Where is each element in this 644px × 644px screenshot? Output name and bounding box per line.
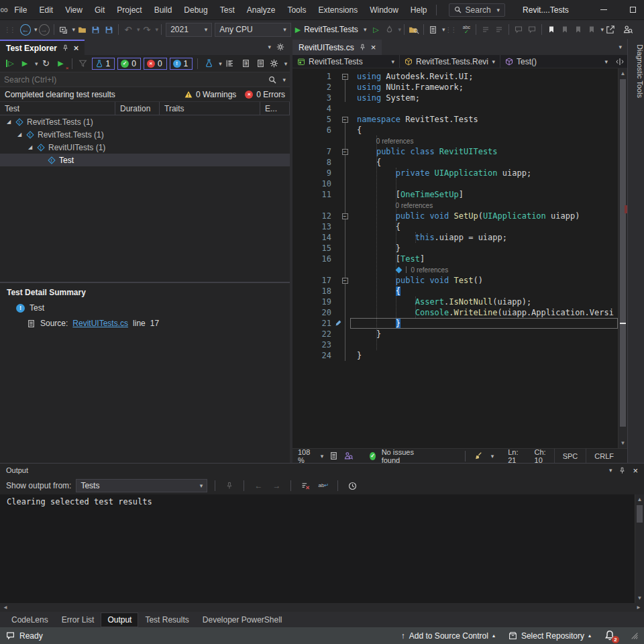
code-line-1[interactable]: 1−using Autodesk.Revit.UI; (292, 71, 618, 82)
add-to-source-control-button[interactable]: ↑ Add to Source Control ▴ (401, 631, 495, 641)
output-vertical-scrollbar[interactable]: ▲ ▼ (635, 494, 644, 603)
hot-reload-dropdown[interactable]: ▾ (398, 26, 401, 33)
issues-message[interactable]: No issues found (382, 448, 419, 464)
code-line-13[interactable]: 13 { (292, 221, 618, 232)
code-line-19[interactable]: 19 Assert.IsNotNull(uiapp); (292, 297, 618, 307)
scrollbar-thumb[interactable] (620, 79, 626, 427)
code-line-16[interactable]: 16 [Test] (292, 254, 618, 264)
feedback-button[interactable] (621, 22, 635, 37)
spaces-indicator[interactable]: SPC (554, 449, 586, 463)
code-line-7[interactable]: 7− public class RevitUITests (292, 146, 618, 157)
code-line-5[interactable]: 5−namespace RevitTest.Tests (292, 114, 618, 125)
column-error[interactable]: E... (260, 102, 290, 115)
line-number[interactable]: 22 (292, 329, 339, 339)
scroll-down-icon[interactable]: ▼ (635, 595, 644, 601)
save-button[interactable] (89, 22, 102, 37)
fold-gutter[interactable]: − (339, 275, 350, 286)
code-line-15[interactable]: 15 } (292, 243, 618, 254)
code-line-9[interactable]: 9 private UIApplication uiapp; (292, 168, 618, 178)
panel-tab-codelens[interactable]: CodeLens (5, 613, 54, 627)
line-number[interactable]: 10 (292, 178, 339, 189)
collapse-region-icon[interactable]: − (342, 213, 348, 219)
code-line-22[interactable]: 22 } (292, 329, 618, 339)
clear-all-button[interactable] (299, 478, 312, 493)
not-run-tests-filter[interactable]: ! 1 (170, 58, 193, 70)
code-line-17[interactable]: 17− public void Test() (292, 275, 618, 286)
code-line-23[interactable]: 23 (292, 339, 618, 350)
line-number[interactable] (292, 264, 339, 275)
test-tree-item[interactable]: !Test (0, 154, 290, 166)
start-without-debugging-button[interactable]: ▷ (369, 22, 382, 37)
code-cleanup-broom-icon[interactable] (474, 451, 483, 460)
comment-button[interactable] (512, 22, 525, 37)
line-number[interactable]: 4 (292, 103, 339, 114)
redo-dropdown[interactable]: ▾ (156, 26, 159, 33)
line-number[interactable]: 1 (292, 71, 339, 82)
run-all-tests-button[interactable]: ▷ (3, 56, 17, 71)
platform-combo[interactable]: Any CPU▾ (215, 23, 291, 37)
test-search-input[interactable] (4, 75, 264, 85)
failed-tests-filter[interactable]: × 0 (144, 58, 167, 70)
close-icon[interactable]: × (74, 43, 79, 53)
menu-analyze[interactable]: Analyze (241, 0, 282, 20)
save-all-button[interactable] (102, 22, 115, 37)
line-indicator[interactable]: Ln: 21 (500, 449, 526, 463)
line-number[interactable]: 23 (292, 339, 339, 350)
word-wrap-button[interactable]: ab↵ (317, 478, 330, 493)
test-lens-icon[interactable] (395, 267, 402, 274)
menu-edit[interactable]: Edit (33, 0, 59, 20)
toggle-bookmark-button[interactable] (545, 22, 558, 37)
line-number[interactable]: 3 (292, 93, 339, 103)
expander-icon[interactable]: ◢ (5, 119, 12, 125)
line-number[interactable]: 2 (292, 82, 339, 93)
scroll-up-icon[interactable]: ▲ (635, 496, 644, 502)
warnings-label[interactable]: 0 Warnings (196, 90, 236, 99)
type-dropdown[interactable]: RevitTest.Tests.RevitUITests ▾ (400, 55, 500, 68)
scroll-up-icon[interactable]: ▲ (619, 70, 627, 76)
notifications-button[interactable]: 2 (604, 630, 616, 642)
output-source-combo[interactable]: Tests ▾ (76, 479, 207, 492)
fold-gutter[interactable]: − (339, 71, 350, 82)
configuration-combo[interactable]: 2021▾ (166, 23, 212, 37)
run-button[interactable]: ▶ (18, 56, 32, 71)
panel-tab-developer-powershell[interactable]: Developer PowerShell (197, 613, 288, 627)
document-tab[interactable]: RevitUITests.cs × (292, 40, 382, 55)
cancel-run-button[interactable]: ▶× (54, 56, 68, 71)
redo-button[interactable]: ↷ (140, 22, 154, 37)
open-file-button[interactable] (75, 22, 89, 37)
previous-message-button[interactable]: ← (252, 478, 265, 493)
column-traits[interactable]: Traits (160, 102, 260, 115)
member-dropdown[interactable]: Test() ▾ (500, 55, 612, 68)
navigate-back-button[interactable]: ← (19, 22, 32, 37)
test-tree-item[interactable]: ◢!RevitUITests (1) (0, 141, 290, 154)
line-number[interactable]: 24 (292, 350, 339, 361)
expander-icon[interactable]: ◢ (16, 131, 23, 138)
line-number[interactable]: 16 (292, 254, 339, 264)
scroll-left-icon[interactable]: ◄ (3, 604, 8, 610)
next-bookmark-button[interactable] (572, 22, 585, 37)
close-icon[interactable]: × (371, 42, 376, 52)
line-number[interactable]: 8 (292, 157, 339, 168)
filter-button[interactable] (76, 56, 90, 71)
line-number[interactable]: 15 (292, 243, 339, 254)
menu-git[interactable]: Git (89, 0, 111, 20)
find-in-files-button[interactable] (407, 22, 421, 37)
toolbar-grip[interactable]: ⋮⋮ (4, 26, 15, 34)
select-repository-button[interactable]: Select Repository ▴ (508, 631, 591, 641)
line-ending-indicator[interactable]: CRLF (586, 449, 622, 463)
intellicode-icon[interactable] (344, 451, 353, 460)
expander-icon[interactable]: ◢ (27, 144, 34, 150)
menu-help[interactable]: Help (405, 0, 433, 20)
playlist-button[interactable] (202, 56, 215, 71)
panel-tab-error-list[interactable]: Error List (56, 613, 101, 627)
group-by-button[interactable] (223, 56, 237, 71)
line-number[interactable]: 18 (292, 286, 339, 297)
output-body[interactable]: Clearing selected test results ▲ ▼ (0, 494, 644, 603)
close-icon[interactable]: × (633, 466, 638, 476)
menu-view[interactable]: View (59, 0, 89, 20)
sync-active-document-button[interactable] (427, 22, 440, 37)
settings-gear-button[interactable] (268, 56, 281, 71)
increase-indent-button[interactable] (492, 22, 506, 37)
menu-build[interactable]: Build (148, 0, 178, 20)
collapse-region-icon[interactable]: − (342, 117, 348, 123)
